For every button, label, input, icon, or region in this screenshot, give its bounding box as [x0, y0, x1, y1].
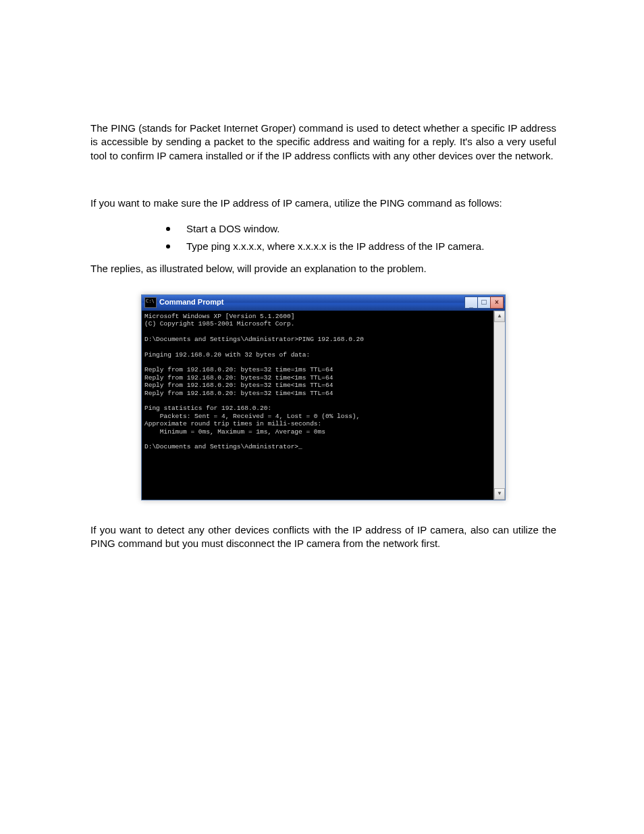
list-item-text: Start a DOS window.	[186, 223, 279, 234]
paragraph-replies: The replies, as illustrated below, will …	[90, 262, 556, 276]
command-prompt-window: Command Prompt _ □ × Microsoft Windows X…	[141, 294, 506, 500]
window-controls: _ □ ×	[465, 296, 504, 309]
maximize-button[interactable]: □	[477, 296, 491, 309]
list-item-text: Type ping x.x.x.x, where x.x.x.x is the …	[186, 240, 484, 252]
window-title: Command Prompt	[159, 298, 465, 307]
list-item: Type ping x.x.x.x, where x.x.x.x is the …	[166, 240, 556, 253]
scrollbar[interactable]: ▲ ▼	[493, 311, 505, 500]
close-icon: ×	[495, 298, 499, 307]
bullet-list: Start a DOS window. Type ping x.x.x.x, w…	[90, 222, 556, 254]
arrow-up-icon: ▲	[497, 313, 502, 319]
bullet-icon	[166, 244, 170, 249]
arrow-down-icon: ▼	[497, 490, 502, 497]
titlebar[interactable]: Command Prompt _ □ ×	[142, 295, 505, 311]
minimize-icon: _	[469, 301, 473, 309]
paragraph-conflict: If you want to detect any other devices …	[90, 523, 556, 551]
cmd-icon	[144, 297, 157, 308]
cmd-body: Microsoft Windows XP [Version 5.1.2600] …	[142, 311, 505, 500]
scroll-down-button[interactable]: ▼	[494, 488, 505, 500]
scroll-track[interactable]	[494, 322, 505, 488]
paragraph-intro: The PING (stands for Packet Internet Gro…	[90, 122, 556, 163]
terminal-output[interactable]: Microsoft Windows XP [Version 5.1.2600] …	[142, 311, 493, 500]
paragraph-howto: If you want to make sure the IP address …	[90, 197, 556, 210]
document-page: The PING (stands for Packet Internet Gro…	[0, 0, 644, 834]
close-button[interactable]: ×	[490, 296, 504, 309]
minimize-button[interactable]: _	[464, 296, 478, 309]
spacer	[90, 175, 556, 197]
list-item: Start a DOS window.	[166, 222, 556, 236]
bullet-icon	[166, 227, 170, 231]
maximize-icon: □	[481, 297, 486, 307]
scroll-up-button[interactable]: ▲	[494, 311, 505, 322]
